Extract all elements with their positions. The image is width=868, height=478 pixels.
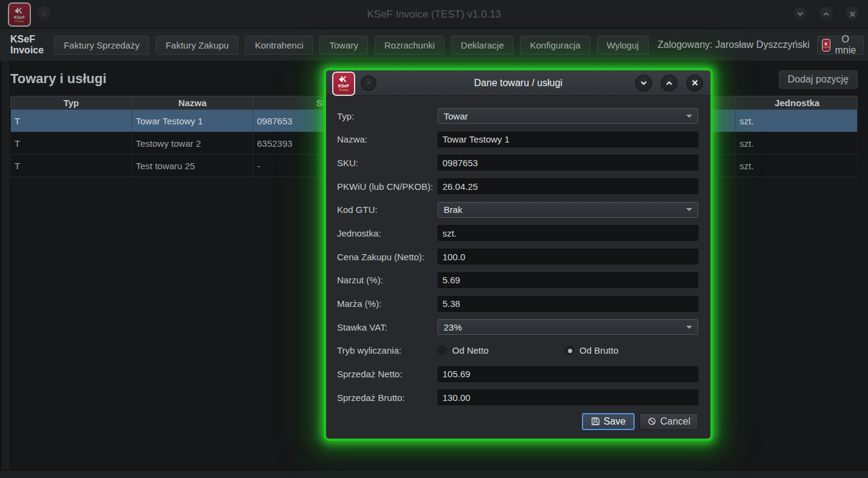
save-floppy-icon	[591, 417, 600, 426]
nav-deklaracje[interactable]: Deklaracje	[451, 36, 513, 55]
column-header-jednostka[interactable]: Jednostka	[736, 96, 858, 109]
jednostka-label: Jednostka:	[337, 228, 438, 238]
nazwa-label: Nazwa:	[337, 134, 438, 144]
cell-jednostka: szt.	[736, 110, 858, 132]
window-title: KSeF Invoice (TEST) v1.0.13	[0, 0, 868, 29]
radio-icon[interactable]	[438, 346, 447, 355]
cena-zakupu-label: Cena Zakupu (Netto):	[337, 252, 438, 262]
sku-label: SKU:	[337, 158, 438, 168]
sku-input[interactable]	[438, 155, 698, 170]
pkwiu-label: PKWiU (lub CN/PKOB):	[337, 181, 438, 192]
about-button[interactable]: K Polska O mnie	[817, 36, 864, 55]
narzut-label: Narzut (%):	[337, 275, 438, 285]
chevron-down-icon	[796, 10, 804, 18]
typ-label: Typ:	[337, 111, 438, 121]
nav-faktury-sprzedazy[interactable]: Faktury Sprzedaży	[54, 36, 149, 55]
pkwiu-input[interactable]	[438, 178, 698, 194]
logo-line2: Polska	[15, 20, 24, 23]
window-bottom-edge	[0, 470, 868, 478]
dropdown-arrow-icon	[686, 326, 692, 329]
cancel-button-label: Cancel	[660, 416, 690, 427]
column-header-nazwa[interactable]: Nazwa	[132, 96, 253, 109]
logo-line2: Polska	[339, 89, 348, 92]
dropdown-arrow-icon	[686, 115, 692, 118]
close-icon	[849, 10, 856, 18]
sprzedaz-brutto-label: Sprzedaż Brutto:	[337, 392, 438, 403]
marza-input[interactable]	[438, 296, 698, 312]
marza-label: Marża (%):	[337, 298, 438, 309]
nav-faktury-zakupu[interactable]: Faktury Zakupu	[156, 36, 238, 55]
product-dialog: K KSeF Polska Dane towaru / usługi Typ: …	[326, 70, 710, 439]
stawka-vat-select-value: 23%	[444, 322, 462, 332]
typ-select-value: Towar	[444, 111, 468, 121]
nav-rozrachunki[interactable]: Rozrachunki	[375, 36, 444, 55]
cell-typ: T	[11, 110, 132, 132]
cell-jednostka: szt.	[736, 132, 858, 154]
logout-button[interactable]: Wyloguj	[597, 36, 649, 55]
nav-towary[interactable]: Towary	[319, 36, 368, 55]
logged-in-user-label: Zalogowany: Jarosław Dyszczyński	[658, 39, 810, 50]
typ-select[interactable]: Towar	[438, 108, 698, 124]
chevron-up-icon	[822, 10, 830, 18]
save-button[interactable]: Save	[582, 413, 635, 430]
close-icon	[691, 79, 699, 87]
sprzedaz-brutto-input[interactable]	[438, 389, 698, 405]
dialog-titlebar: K KSeF Polska Dane towaru / usługi	[326, 70, 710, 96]
cancel-slash-icon	[647, 417, 656, 426]
window-titlebar: K KSeF Polska KSeF Invoice (TEST) v1.0.1…	[0, 0, 868, 29]
stawka-vat-select[interactable]: 23%	[438, 319, 698, 335]
dialog-minimize-button[interactable]	[635, 75, 652, 92]
radio-icon[interactable]	[565, 346, 574, 355]
radio-od-brutto-label: Od Brutto	[579, 345, 618, 355]
nazwa-input[interactable]	[438, 132, 698, 147]
cell-nazwa: Testowy towar 2	[132, 132, 253, 154]
tryb-wyliczania-label: Tryb wyliczania:	[337, 345, 438, 355]
radio-od-netto[interactable]: Od Netto	[438, 345, 489, 355]
nav-konfiguracja[interactable]: Konfiguracja	[520, 36, 590, 55]
chevron-down-icon	[639, 79, 648, 87]
sprzedaz-netto-label: Sprzedaż Netto:	[337, 369, 438, 379]
dialog-logo-icon: K KSeF Polska	[332, 72, 355, 96]
cena-zakupu-input[interactable]	[438, 249, 698, 264]
page-title: Towary i usługi	[10, 71, 107, 87]
column-header-typ[interactable]: Typ	[11, 96, 132, 109]
dialog-form: Typ: Towar Nazwa: SKU: PKWiU (lub CN/PKO…	[326, 96, 710, 430]
chevron-up-icon	[665, 79, 673, 87]
radio-od-brutto[interactable]: Od Brutto	[565, 345, 618, 355]
minimize-button[interactable]	[792, 5, 809, 22]
dialog-close-button[interactable]	[686, 75, 703, 92]
mini-logo-line: Polska	[823, 46, 830, 49]
cell-typ: T	[11, 132, 132, 154]
sprzedaz-netto-input[interactable]	[438, 366, 698, 382]
kod-gtu-select-value: Brak	[444, 204, 462, 215]
nav-kontrahenci[interactable]: Kontrahenci	[245, 36, 313, 55]
about-button-label: O mnie	[833, 34, 857, 56]
logo-mark: K	[341, 75, 346, 83]
logo-line1: KSeF	[338, 84, 349, 88]
dialog-maximize-button[interactable]	[661, 75, 678, 92]
jednostka-input[interactable]	[438, 225, 698, 241]
cell-nazwa: Towar Testowy 1	[132, 110, 253, 132]
menubar: KSeF Invoice Faktury Sprzedaży Faktury Z…	[0, 29, 868, 61]
logo-mark: K	[16, 7, 22, 15]
dialog-menu-button[interactable]	[361, 75, 376, 91]
kod-gtu-select[interactable]: Brak	[438, 202, 698, 218]
add-item-button[interactable]: Dodaj pozycję	[779, 70, 858, 89]
cell-nazwa: Test towaru 25	[132, 155, 253, 177]
window-left-edge	[0, 61, 8, 470]
narzut-input[interactable]	[438, 272, 698, 288]
cancel-button[interactable]: Cancel	[639, 413, 698, 430]
cell-jednostka: szt.	[736, 155, 858, 177]
cell-typ: T	[11, 155, 132, 177]
save-button-label: Save	[604, 416, 626, 427]
radio-od-netto-label: Od Netto	[452, 345, 489, 355]
dropdown-arrow-icon	[686, 208, 692, 211]
stawka-vat-label: Stawka VAT:	[337, 322, 438, 332]
kod-gtu-label: Kod GTU:	[337, 204, 438, 215]
maximize-button[interactable]	[818, 5, 835, 22]
app-name-label: KSeF Invoice	[10, 34, 44, 56]
window-menu-button[interactable]	[35, 5, 52, 22]
logo-line1: KSeF	[14, 15, 25, 19]
close-button[interactable]	[844, 5, 861, 22]
ksef-mini-logo-icon: K Polska	[822, 39, 831, 52]
